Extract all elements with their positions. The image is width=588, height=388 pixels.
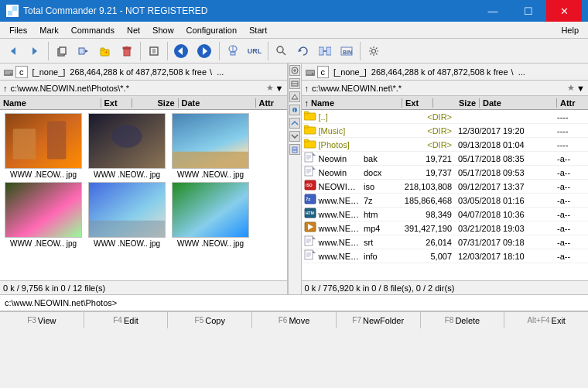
left-thumb-item-5[interactable]: WWW .NEOW.. jpg — [170, 182, 251, 248]
left-drive-info: 268,464,288 k of 487,872,508 k free — [70, 67, 207, 77]
right-backslash: \ — [511, 67, 514, 77]
right-file-row-3[interactable]: Neowinbak19,72105/17/2018 08:35-a-- — [302, 152, 589, 166]
back-button[interactable] — [3, 41, 23, 61]
close-button[interactable]: ✕ — [546, 0, 582, 22]
right-dots[interactable]: ... — [517, 67, 527, 77]
left-dots[interactable]: ... — [215, 67, 225, 77]
tb-properties-btn[interactable] — [144, 41, 164, 61]
right-path-star[interactable]: ★ — [567, 83, 575, 93]
right-path-arrow: ↑ — [305, 84, 309, 93]
left-col-size[interactable]: Size — [132, 98, 179, 108]
tb-prev-btn[interactable] — [171, 41, 191, 61]
left-col-name[interactable]: Name — [0, 98, 101, 108]
svg-marker-55 — [292, 94, 298, 99]
right-file-row-0[interactable]: [..]<DIR>---- — [302, 110, 589, 124]
tb-sync-btn[interactable] — [293, 41, 313, 61]
menu-help[interactable]: Help — [555, 24, 585, 36]
right-file-row-7[interactable]: HTMwww.NEOWIN.nethtm98,34904/07/2018 10:… — [302, 208, 589, 221]
right-col-name[interactable]: ↑ Name — [302, 98, 403, 108]
forward-button[interactable] — [25, 41, 45, 61]
right-file-row-1[interactable]: [Music]<DIR>12/30/2017 19:20---- — [302, 124, 589, 138]
left-thumb-item-3[interactable]: WWW .NEOW.. jpg — [3, 182, 84, 248]
tb-move-btn[interactable] — [74, 41, 94, 61]
file-size-8: 391,427,190 — [393, 224, 455, 233]
menu-configuration[interactable]: Configuration — [180, 24, 243, 36]
file-date-8: 03/21/2018 19:03 — [455, 224, 556, 233]
tb-url-btn[interactable]: URL — [244, 41, 265, 61]
file-name-2: [Photos] — [317, 140, 363, 149]
file-name-9: www.NEOWIN.net — [317, 238, 363, 247]
menu-net[interactable]: Net — [121, 24, 146, 36]
fkey-f6[interactable]: F6Move — [252, 312, 337, 328]
fkey-f3[interactable]: F3View — [0, 312, 84, 328]
left-thumb-item-1[interactable]: WWW .NEOW.. jpg — [87, 113, 167, 179]
right-col-date[interactable]: Date — [480, 98, 557, 108]
svg-rect-68 — [304, 139, 309, 142]
svg-rect-1 — [12, 11, 17, 15]
menu-mark[interactable]: Mark — [33, 24, 64, 36]
menu-show[interactable]: Show — [146, 24, 180, 36]
right-drive-letter[interactable]: c — [317, 66, 330, 78]
right-path: c:\www.NEOWIN.net\*.* — [312, 84, 567, 93]
file-name-7: www.NEOWIN.net — [317, 210, 363, 219]
left-drive-letter[interactable]: c — [15, 66, 28, 78]
fkey-f4[interactable]: F4Edit — [84, 312, 169, 328]
fkey-f8[interactable]: F8Delete — [421, 312, 505, 328]
tb-next-btn[interactable] — [193, 41, 216, 61]
svg-rect-45 — [173, 152, 248, 169]
svg-text:ISO: ISO — [306, 183, 313, 187]
menu-files[interactable]: Files — [3, 24, 33, 36]
file-name-6: www.NEOWIN.net — [317, 196, 363, 205]
left-path-filter[interactable]: ▼ — [275, 84, 284, 93]
tb-newfolder-btn[interactable]: + — [95, 41, 115, 61]
right-col-size[interactable]: Size — [433, 98, 480, 108]
right-col-ext[interactable]: Ext — [402, 98, 433, 108]
right-file-row-5[interactable]: ISONEOWIN-3.0iso218,103,80809/12/2017 13… — [302, 180, 589, 194]
left-path-star[interactable]: ★ — [266, 83, 274, 93]
left-thumb-item-0[interactable]: WWW .NEOW.. jpg — [3, 113, 84, 179]
tool-btn-7[interactable] — [289, 144, 300, 155]
right-file-row-2[interactable]: [Photos]<DIR>09/13/2018 01:04---- — [302, 138, 589, 152]
left-thumb-item-2[interactable]: WWW .NEOW.. jpg — [170, 113, 251, 179]
fkey-altf4[interactable]: Alt+F4Exit — [504, 312, 588, 328]
thumb-label-4: WWW .NEOW.. jpg — [94, 239, 160, 248]
tool-btn-4[interactable]: i — [289, 105, 300, 115]
fkey-label-5: Delete — [455, 316, 480, 325]
tb-delete-btn[interactable] — [117, 41, 137, 61]
file-ext-8: mp4 — [362, 224, 393, 233]
right-file-row-10[interactable]: www.NEOWIN.net ..info5,00712/03/2017 18:… — [302, 249, 589, 263]
window-controls: — ☐ ✕ — [475, 0, 582, 22]
right-file-row-8[interactable]: www.NEOWIN.netmp4391,427,19003/21/2018 1… — [302, 221, 589, 235]
fkey-f7[interactable]: F7NewFolder — [337, 312, 421, 328]
menu-start[interactable]: Start — [243, 24, 273, 36]
tool-btn-5[interactable] — [289, 118, 300, 129]
tb-network-btn[interactable] — [223, 41, 243, 61]
right-file-row-9[interactable]: www.NEOWIN.netsrt26,01407/31/2017 09:18-… — [302, 235, 589, 249]
tool-btn-2[interactable] — [289, 78, 300, 89]
tool-btn-6[interactable] — [289, 131, 300, 142]
right-file-row-6[interactable]: 7zwww.NEOWIN.net7z185,866,46803/05/2018 … — [302, 194, 589, 208]
tb-compare-btn[interactable] — [315, 41, 335, 61]
minimize-button[interactable]: — — [475, 0, 511, 22]
left-thumb-item-4[interactable]: WWW .NEOW.. jpg — [87, 182, 167, 248]
tb-encode-btn[interactable]: BIN — [337, 41, 357, 61]
right-file-row-4[interactable]: Neowindocx19,73705/17/2018 09:53-a-- — [302, 166, 589, 180]
fkey-f5[interactable]: F5Copy — [168, 312, 252, 328]
tb-copy-btn[interactable] — [52, 41, 72, 61]
right-path-filter[interactable]: ▼ — [576, 84, 585, 93]
menu-commands[interactable]: Commands — [65, 24, 121, 36]
tool-btn-1[interactable] — [289, 65, 300, 76]
right-status-text: 0 k / 776,920 k in 0 / 8 file(s), 0 / 2 … — [305, 283, 455, 293]
tb-settings-btn[interactable] — [364, 41, 384, 61]
maximize-button[interactable]: ☐ — [511, 0, 546, 22]
cmd-input[interactable] — [121, 298, 588, 307]
left-col-date[interactable]: Date — [179, 98, 256, 108]
file-ext-6: 7z — [362, 196, 393, 205]
right-col-attr[interactable]: Attr — [557, 98, 588, 108]
tool-btn-3[interactable] — [289, 91, 300, 102]
tb-search-btn[interactable] — [272, 41, 292, 61]
svg-text:+: + — [104, 49, 108, 56]
svg-rect-30 — [319, 47, 323, 55]
left-col-attr[interactable]: Attr — [256, 98, 287, 108]
left-col-ext[interactable]: Ext — [101, 98, 132, 108]
